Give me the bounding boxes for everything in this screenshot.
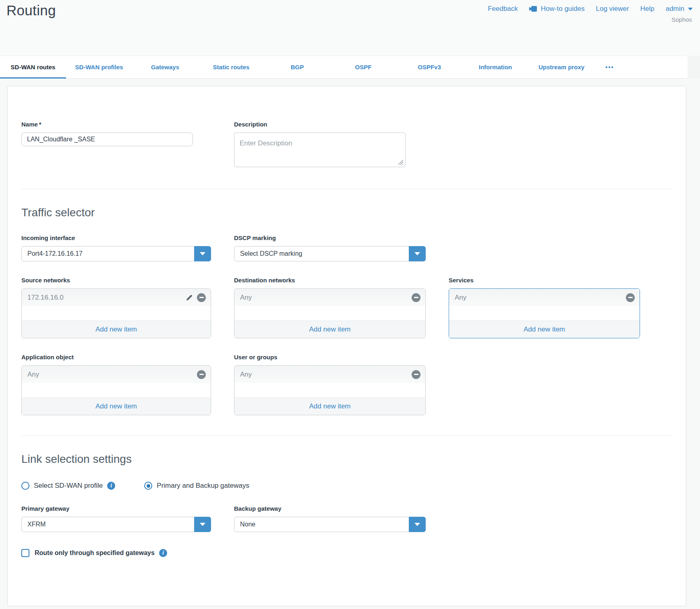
incoming-interface-value: Port4-172.16.16.17 <box>27 250 83 257</box>
help-link[interactable]: Help <box>640 5 654 13</box>
edit-pencil-icon[interactable] <box>185 293 194 302</box>
backup-gateway-select[interactable]: None <box>234 517 426 532</box>
traffic-selector-heading: Traffic selector <box>21 206 672 219</box>
howto-guides-link[interactable]: How-to guides <box>529 5 585 13</box>
radio-primary-backup-gateways[interactable]: Primary and Backup gateways <box>144 482 249 490</box>
primary-gateway-select[interactable]: XFRM <box>21 517 211 532</box>
add-new-item-button[interactable]: Add new item <box>234 321 425 338</box>
application-object-listbox: Any Add new item <box>21 365 211 415</box>
listbox-empty-area <box>234 306 425 321</box>
add-new-item-button[interactable]: Add new item <box>449 321 640 338</box>
chevron-down-icon <box>414 523 420 526</box>
add-new-item-label: Add new item <box>95 325 137 334</box>
remove-minus-icon[interactable] <box>626 293 635 302</box>
incoming-interface-select[interactable]: Port4-172.16.16.17 <box>21 246 211 261</box>
tab-upstream-proxy[interactable]: Upstream proxy <box>528 56 594 78</box>
chevron-down-icon <box>200 523 205 526</box>
user-or-groups-listbox: Any Add new item <box>234 365 426 415</box>
user-or-groups-group: User or groups Any Add new item <box>234 354 426 415</box>
backup-gateway-value: None <box>240 521 255 528</box>
application-object-label: Application object <box>21 354 211 360</box>
sd-wan-route-form-card: Name* Description Traffic selector <box>7 86 686 606</box>
source-networks-label: Source networks <box>21 277 211 284</box>
route-only-checkbox[interactable] <box>21 549 29 557</box>
route-only-checkbox-label: Route only through specified gateways <box>35 549 155 557</box>
primary-gateway-value: XFRM <box>27 521 46 528</box>
destination-networks-label: Destination networks <box>234 277 426 284</box>
tab-static-routes[interactable]: Static routes <box>198 56 264 78</box>
top-header: Routing Feedback How-to guides Log viewe… <box>0 0 700 56</box>
dropdown-arrow-button[interactable] <box>409 246 426 261</box>
dropdown-arrow-button[interactable] <box>194 246 211 261</box>
incoming-interface-label: Incoming interface <box>21 234 211 241</box>
tab-bar: SD-WAN routes SD-WAN profiles Gateways S… <box>0 56 688 79</box>
destination-networks-listbox: Any Add new item <box>234 288 426 338</box>
admin-menu[interactable]: admin <box>666 5 693 13</box>
application-object-group: Application object Any Add new item <box>21 354 211 415</box>
remove-minus-icon[interactable] <box>197 293 206 302</box>
name-field-group: Name* <box>21 121 211 169</box>
admin-label: admin <box>666 5 684 13</box>
resize-handle-icon[interactable] <box>398 160 404 165</box>
tab-gateways[interactable]: Gateways <box>132 56 198 78</box>
tab-more-ellipsis-icon[interactable]: ••• <box>594 56 625 78</box>
tab-sd-wan-routes[interactable]: SD-WAN routes <box>0 56 66 78</box>
chevron-down-icon <box>200 252 205 255</box>
info-icon[interactable]: i <box>159 549 167 557</box>
backup-gateway-group: Backup gateway None <box>234 505 426 532</box>
tab-ospf[interactable]: OSPF <box>330 56 396 78</box>
radio-icon[interactable] <box>21 482 29 490</box>
radio-select-sd-wan-profile[interactable]: Select SD-WAN profile <box>21 482 103 490</box>
description-label: Description <box>234 121 426 128</box>
dropdown-arrow-button[interactable] <box>194 517 211 532</box>
list-item-text: Any <box>240 294 252 302</box>
remove-minus-icon[interactable] <box>197 370 206 379</box>
name-input[interactable] <box>21 133 193 146</box>
gateways-row: Primary gateway XFRM Backup gateway None <box>21 505 672 532</box>
chevron-down-icon <box>688 8 693 10</box>
application-users-row: Application object Any Add new item User… <box>21 354 672 415</box>
dropdown-arrow-button[interactable] <box>409 517 426 532</box>
tab-sd-wan-profiles[interactable]: SD-WAN profiles <box>66 56 132 78</box>
listbox-empty-area <box>22 306 211 321</box>
destination-networks-group: Destination networks Any Add new item <box>234 277 426 338</box>
tab-information[interactable]: Information <box>462 56 528 78</box>
help-label: Help <box>640 5 654 13</box>
source-networks-group: Source networks 172.16.16.0 <box>21 277 211 338</box>
list-item: Any <box>234 366 425 383</box>
remove-minus-icon[interactable] <box>412 370 420 379</box>
tab-ospfv3[interactable]: OSPFv3 <box>396 56 462 78</box>
tab-label: SD-WAN profiles <box>75 64 123 70</box>
dscp-marking-group: DSCP marking Select DSCP marking <box>234 234 426 261</box>
services-group: Services Any Add new item <box>449 277 640 338</box>
list-item-text: Any <box>27 371 39 379</box>
video-camera-icon <box>529 6 538 12</box>
remove-minus-icon[interactable] <box>412 293 420 302</box>
add-new-item-button[interactable]: Add new item <box>22 321 211 338</box>
log-viewer-link[interactable]: Log viewer <box>596 5 629 13</box>
tab-label: SD-WAN routes <box>11 64 56 70</box>
tab-bgp[interactable]: BGP <box>264 56 330 78</box>
add-new-item-label: Add new item <box>524 325 565 334</box>
header-links: Feedback How-to guides Log viewer Help a… <box>488 5 693 13</box>
tab-label: OSPF <box>355 64 372 70</box>
list-item-text: Any <box>455 294 466 302</box>
tab-label: ••• <box>605 64 614 70</box>
dscp-marking-value: Select DSCP marking <box>240 250 302 257</box>
name-label-text: Name <box>21 121 38 128</box>
list-item: Any <box>449 289 640 306</box>
dscp-marking-select[interactable]: Select DSCP marking <box>234 246 426 261</box>
radio-icon-selected[interactable] <box>144 482 152 490</box>
info-icon[interactable]: i <box>107 482 115 490</box>
list-item: 172.16.16.0 <box>22 289 211 306</box>
description-textarea[interactable] <box>234 133 406 167</box>
section-divider <box>21 189 672 189</box>
tab-label: Upstream proxy <box>538 64 584 70</box>
feedback-link[interactable]: Feedback <box>488 5 518 13</box>
add-new-item-button[interactable]: Add new item <box>234 398 425 415</box>
services-listbox: Any Add new item <box>449 288 640 338</box>
tab-label: OSPFv3 <box>418 64 441 70</box>
add-new-item-button[interactable]: Add new item <box>22 398 211 415</box>
page-title: Routing <box>6 2 56 19</box>
chevron-down-icon <box>414 252 420 255</box>
